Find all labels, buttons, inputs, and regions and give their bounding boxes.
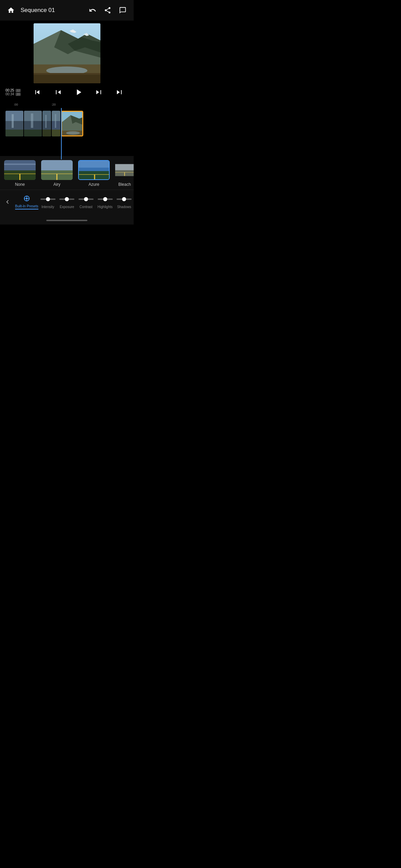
- playback-area: 00:25 22 00:34 20: [0, 83, 134, 100]
- svg-rect-21: [42, 130, 51, 136]
- svg-point-31: [66, 131, 80, 135]
- toolbar-intensity[interactable]: Intensity: [38, 193, 58, 210]
- preset-thumb-azure: [78, 160, 110, 180]
- svg-rect-36: [4, 164, 36, 165]
- svg-rect-25: [52, 130, 60, 136]
- current-time-line: 00:25 22: [5, 88, 26, 92]
- timeline-ruler: :00 :20: [0, 101, 134, 108]
- shadows-slider-icon: [120, 195, 129, 204]
- home-button[interactable]: [5, 5, 16, 16]
- timeline-area: :00 :20: [0, 100, 134, 156]
- clip-3[interactable]: [42, 111, 51, 136]
- time-info: 00:25 22 00:34 20: [5, 88, 26, 96]
- exposure-slider-icon: [62, 195, 71, 204]
- message-button[interactable]: [117, 5, 128, 16]
- ruler-mark-00: :00: [14, 103, 18, 106]
- home-indicator: [0, 216, 134, 225]
- preset-azure[interactable]: Azure: [75, 160, 112, 190]
- timeline-spacer: [0, 139, 134, 156]
- toolbar-highlights[interactable]: Highlights: [96, 193, 115, 210]
- svg-rect-10: [34, 75, 100, 83]
- svg-rect-26: [55, 114, 56, 128]
- toolbar-exposure[interactable]: Exposure: [57, 193, 76, 210]
- preset-bleach[interactable]: Bleach: [112, 160, 134, 190]
- toolbar-contrast[interactable]: Contrast: [76, 193, 96, 210]
- bottom-toolbar: Built-In Presets Intensity Exposure Cont…: [0, 190, 134, 216]
- home-bar: [46, 220, 87, 221]
- skip-forward-button[interactable]: [113, 86, 126, 98]
- clip-2[interactable]: [24, 111, 42, 136]
- clip-1[interactable]: [5, 111, 23, 136]
- ruler-mark-20: :20: [51, 103, 56, 106]
- svg-rect-22: [45, 115, 47, 128]
- svg-rect-41: [41, 160, 73, 180]
- preset-none[interactable]: None: [0, 160, 38, 190]
- preset-thumb-airy: [41, 160, 73, 180]
- preset-airy[interactable]: Airy: [38, 160, 75, 190]
- back-button[interactable]: [0, 194, 15, 209]
- next-frame-button[interactable]: [93, 86, 105, 98]
- playback-controls: [29, 86, 128, 98]
- current-frame: 22: [15, 89, 21, 92]
- clip-5-active[interactable]: [61, 111, 83, 136]
- clip-4[interactable]: [52, 111, 60, 136]
- presets-icon: [22, 194, 31, 203]
- toolbar-shadows[interactable]: Shadows: [114, 193, 134, 210]
- preset-thumb-none: [4, 160, 36, 180]
- toolbar-built-in-presets[interactable]: Built-In Presets: [15, 193, 38, 211]
- svg-rect-13: [5, 130, 23, 136]
- preset-none-label: None: [15, 182, 25, 187]
- total-time-line: 00:34 20: [5, 92, 26, 96]
- timeline-cursor-line: [61, 108, 62, 159]
- svg-rect-47: [79, 161, 110, 168]
- contrast-label: Contrast: [80, 205, 93, 209]
- preset-bleach-label: Bleach: [118, 182, 131, 187]
- header: Sequence 01: [0, 0, 134, 21]
- preset-azure-label: Azure: [88, 182, 99, 187]
- total-frame: 20: [15, 93, 21, 96]
- highlights-label: Highlights: [98, 205, 113, 209]
- video-frame: [34, 23, 100, 83]
- svg-rect-18: [31, 113, 33, 128]
- preset-airy-label: Airy: [53, 182, 61, 187]
- intensity-slider-icon: [44, 195, 52, 204]
- shadows-label: Shadows: [117, 205, 131, 209]
- highlights-slider-icon: [101, 195, 110, 204]
- share-button[interactable]: [102, 5, 113, 16]
- time-controls: 00:25 22 00:34 20: [5, 86, 128, 98]
- video-preview: [0, 21, 134, 83]
- svg-rect-53: [115, 164, 134, 176]
- svg-point-55: [26, 197, 28, 200]
- built-in-presets-label: Built-In Presets: [15, 204, 38, 209]
- presets-strip: None Airy Azure: [0, 156, 134, 190]
- timeline-clips[interactable]: [0, 108, 134, 139]
- header-title: Sequence 01: [21, 7, 83, 14]
- undo-button[interactable]: [87, 5, 98, 16]
- total-time: 00:34: [5, 92, 14, 96]
- contrast-slider-icon: [82, 195, 90, 204]
- skip-back-button[interactable]: [31, 86, 44, 98]
- svg-rect-17: [24, 130, 42, 136]
- exposure-label: Exposure: [60, 205, 74, 209]
- svg-rect-14: [12, 114, 14, 128]
- play-button[interactable]: [72, 86, 85, 98]
- prev-frame-button[interactable]: [52, 86, 64, 98]
- current-time: 00:25: [5, 88, 14, 92]
- preset-thumb-bleach: [115, 160, 134, 180]
- intensity-label: Intensity: [41, 205, 54, 209]
